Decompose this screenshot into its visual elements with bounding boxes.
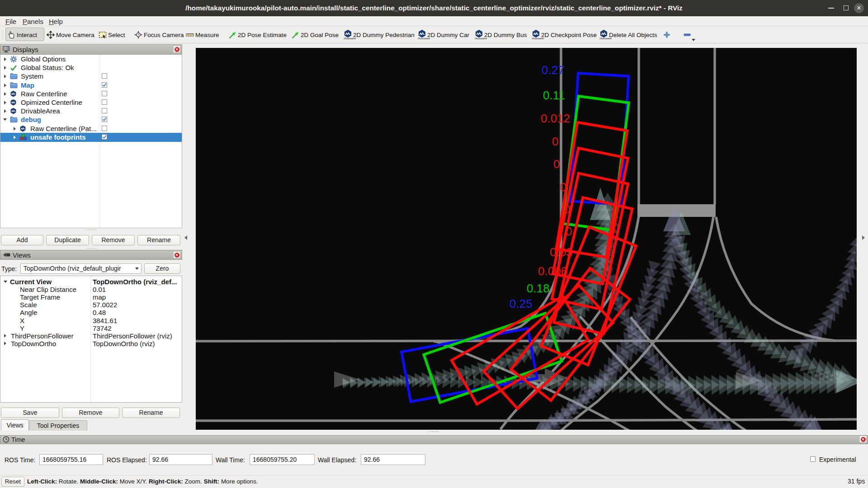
svg-text:0: 0 bbox=[552, 135, 558, 148]
svg-text:0.25: 0.25 bbox=[509, 297, 533, 310]
svg-text:0: 0 bbox=[553, 157, 560, 171]
svg-text:0.18: 0.18 bbox=[527, 282, 550, 295]
svg-text:0.27: 0.27 bbox=[542, 63, 565, 77]
svg-text:0.11: 0.11 bbox=[543, 89, 565, 102]
svg-text:0.012: 0.012 bbox=[541, 112, 570, 125]
